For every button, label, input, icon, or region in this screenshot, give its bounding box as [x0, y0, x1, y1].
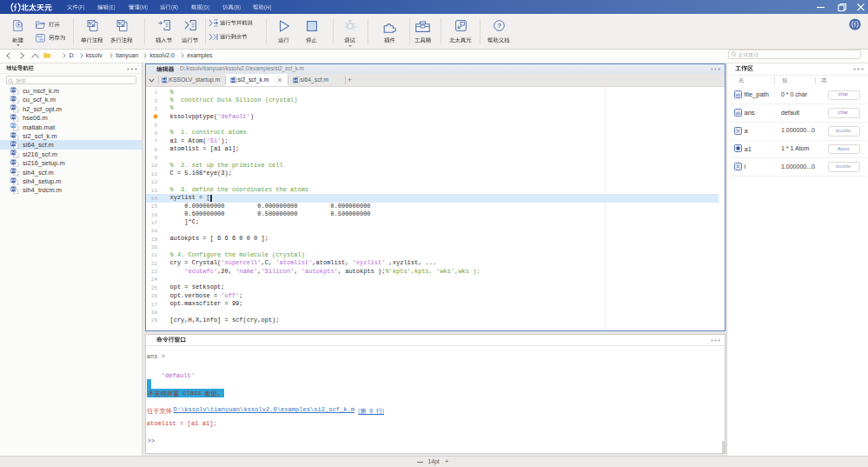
- svg-text:ab: ab: [736, 110, 741, 116]
- svg-text:ab: ab: [736, 92, 741, 97]
